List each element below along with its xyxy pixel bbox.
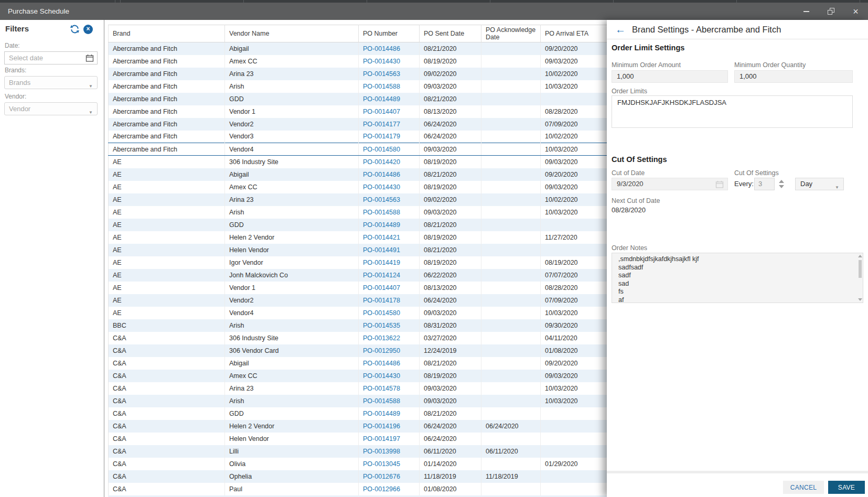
po-number-link[interactable]: PO-0014177	[359, 118, 420, 131]
table-row[interactable]: C&A Arish PO-0014588 09/03/2020 10/03/20…	[109, 395, 635, 407]
po-number-link[interactable]: PO-0014588	[359, 206, 420, 219]
close-button[interactable]: ×	[843, 3, 868, 20]
table-row[interactable]: C&A Amex CC PO-0014430 08/19/2020 09/03/…	[109, 370, 635, 382]
col-header-po-ack-date[interactable]: PO Acknowledge Date	[481, 25, 541, 42]
table-row[interactable]: AE Abigail PO-0014486 08/21/2020 09/20/2…	[109, 168, 635, 181]
po-number-link[interactable]: PO-0013622	[359, 332, 420, 344]
po-number-link[interactable]: PO-0014588	[359, 80, 420, 93]
table-row[interactable]: AE Vendor4 PO-0014580 09/03/2020 10/03/2…	[109, 307, 635, 319]
table-row[interactable]: C&A Helen 2 Vendor PO-0014196 06/24/2020…	[109, 420, 635, 433]
po-number-link[interactable]: PO-0014196	[359, 420, 420, 433]
table-row[interactable]: AE 306 Industry Site PO-0014420 08/19/20…	[109, 156, 635, 168]
back-icon[interactable]: ←	[615, 24, 626, 35]
po-number-link[interactable]: PO-0012966	[359, 483, 420, 495]
table-row[interactable]: AE Helen 2 Vendor PO-0014421 08/19/2020 …	[109, 231, 635, 244]
every-stepper-input[interactable]: 3	[754, 178, 775, 190]
cancel-button[interactable]: CANCEL	[783, 481, 824, 494]
po-number-link[interactable]: PO-0014407	[359, 282, 420, 294]
order-notes-scrollbar[interactable]	[858, 254, 863, 302]
po-number-link[interactable]: PO-0014489	[359, 93, 420, 105]
po-number-link[interactable]: PO-0012676	[359, 470, 420, 483]
po-number-link[interactable]: PO-0014430	[359, 370, 420, 382]
po-number-link[interactable]: PO-0014197	[359, 433, 420, 445]
table-row[interactable]: Abercrambe and Fitch Arish PO-0014588 09…	[109, 80, 635, 93]
table-row[interactable]: Abercrambe and Fitch Vendor 1 PO-0014407…	[109, 105, 635, 118]
restore-button[interactable]	[819, 3, 843, 20]
table-row[interactable]: AE Amex CC PO-0014430 08/19/2020 09/03/2…	[109, 181, 635, 193]
table-row[interactable]: C&A Ophelia PO-0012676 11/18/2019 11/18/…	[109, 470, 635, 483]
table-row[interactable]: C&A GDD PO-0014489 08/21/2020	[109, 407, 635, 420]
po-number-link[interactable]: PO-0014430	[359, 55, 420, 68]
table-row[interactable]: AE Jonh Malckovich Co PO-0014124 06/22/2…	[109, 269, 635, 282]
table-row[interactable]: Abercrambe and Fitch Vendor3 PO-0014179 …	[109, 131, 635, 143]
table-row[interactable]: AE Vendor2 PO-0014178 06/24/2020 07/09/2…	[109, 294, 635, 307]
po-number-link[interactable]: PO-0014421	[359, 231, 420, 244]
table-row[interactable]: Abercrambe and Fitch GDD PO-0014489 08/2…	[109, 93, 635, 105]
vendor-filter-select[interactable]: Vendor ▼	[4, 102, 98, 115]
cut-of-date-input[interactable]: 9/3/2020	[612, 178, 728, 190]
table-row[interactable]: AE Igor Vendor PO-0014419 08/19/2020 08/…	[109, 256, 635, 269]
brand-cell: BBC	[109, 319, 225, 332]
po-number-link[interactable]: PO-0013998	[359, 445, 420, 458]
table-row[interactable]: C&A 306 Vendor Card PO-0012950 12/24/201…	[109, 344, 635, 357]
po-number-link[interactable]: PO-0014588	[359, 395, 420, 407]
po-number-link[interactable]: PO-0014563	[359, 68, 420, 80]
po-number-link[interactable]: PO-0014580	[359, 143, 420, 156]
scrollbar-thumb[interactable]	[859, 260, 862, 278]
po-number-link[interactable]: PO-0014563	[359, 193, 420, 206]
po-number-link[interactable]: PO-0014178	[359, 294, 420, 307]
po-number-link[interactable]: PO-0013045	[359, 458, 420, 470]
table-row[interactable]: AE GDD PO-0014489 08/21/2020	[109, 219, 635, 231]
po-number-link[interactable]: PO-0014486	[359, 42, 420, 55]
table-row[interactable]: C&A Olivia PO-0013045 01/14/2020 01/29/2…	[109, 458, 635, 470]
po-number-link[interactable]: PO-0014535	[359, 319, 420, 332]
po-number-link[interactable]: PO-0014407	[359, 105, 420, 118]
table-row[interactable]: C&A Helen Vendor PO-0014197 06/24/2020	[109, 433, 635, 445]
col-header-brand[interactable]: Brand	[109, 25, 225, 42]
date-filter-input[interactable]: Select date	[4, 51, 98, 64]
po-sent-date-cell: 08/19/2020	[420, 256, 481, 269]
table-row[interactable]: AE Arina 23 PO-0014563 09/02/2020 10/02/…	[109, 193, 635, 206]
po-number-link[interactable]: PO-0014578	[359, 382, 420, 395]
min-order-amount-input[interactable]: 1,000	[612, 70, 728, 83]
table-row[interactable]: Abercrambe and Fitch Vendor4 PO-0014580 …	[109, 143, 635, 156]
table-row[interactable]: Abercrambe and Fitch Arina 23 PO-0014563…	[109, 68, 635, 80]
min-order-quantity-input[interactable]: 1,000	[734, 70, 853, 83]
period-select[interactable]: Day ▼	[795, 178, 844, 190]
order-limits-textarea[interactable]: FMJDHSKJAFJKHSDKJFLASDJSA	[612, 95, 853, 128]
po-number-link[interactable]: PO-0014486	[359, 168, 420, 181]
col-header-po-number[interactable]: PO Number	[359, 25, 420, 42]
save-button[interactable]: SAVE	[828, 481, 865, 494]
table-row[interactable]: Abercrambe and Fitch Vendor2 PO-0014177 …	[109, 118, 635, 131]
minimize-button[interactable]	[794, 3, 819, 20]
table-row[interactable]: C&A 306 Industry Site PO-0013622 03/27/2…	[109, 332, 635, 344]
table-row[interactable]: C&A Lilli PO-0013998 06/11/2020 06/11/20…	[109, 445, 635, 458]
po-number-link[interactable]: PO-0014489	[359, 219, 420, 231]
po-number-link[interactable]: PO-0014419	[359, 256, 420, 269]
table-row[interactable]: Abercrambe and Fitch Amex CC PO-0014430 …	[109, 55, 635, 68]
clear-filters-button[interactable]: ×	[83, 25, 93, 34]
col-header-po-sent-date[interactable]: PO Sent Date	[420, 25, 481, 42]
po-number-link[interactable]: PO-0014580	[359, 307, 420, 319]
brands-filter-select[interactable]: Brands ▼	[4, 76, 98, 89]
table-row[interactable]: C&A Abigail PO-0014486 08/21/2020 09/20/…	[109, 357, 635, 370]
po-number-link[interactable]: PO-0014179	[359, 131, 420, 143]
table-row[interactable]: C&A Paul PO-0012966 01/08/2020	[109, 483, 635, 495]
every-stepper-arrows[interactable]	[778, 178, 785, 190]
po-number-link[interactable]: PO-0014420	[359, 156, 420, 168]
table-row[interactable]: C&A Arina 23 PO-0014578 09/03/2020 10/03…	[109, 382, 635, 395]
table-row[interactable]: BBC Arish PO-0014535 08/31/2020 09/30/20…	[109, 319, 635, 332]
col-header-vendor-name[interactable]: Vendor Name	[225, 25, 359, 42]
table-row[interactable]: AE Helen Vendor PO-0014491 08/21/2020	[109, 244, 635, 256]
table-row[interactable]: AE Arish PO-0014588 09/03/2020 10/03/202…	[109, 206, 635, 219]
table-row[interactable]: Abercrambe and Fitch Abigail PO-0014486 …	[109, 42, 635, 55]
refresh-button[interactable]	[70, 24, 80, 35]
po-number-link[interactable]: PO-0014486	[359, 357, 420, 370]
po-number-link[interactable]: PO-0014430	[359, 181, 420, 193]
po-number-link[interactable]: PO-0014124	[359, 269, 420, 282]
table-row[interactable]: AE Vendor 1 PO-0014407 08/13/2020 08/28/…	[109, 282, 635, 294]
order-notes-textarea[interactable]: ,smdnbkjdfsjkafdkjhsajkfl kjf sadfsadf s…	[612, 253, 863, 303]
po-number-link[interactable]: PO-0012950	[359, 344, 420, 357]
po-number-link[interactable]: PO-0014489	[359, 407, 420, 420]
po-number-link[interactable]: PO-0014491	[359, 244, 420, 256]
